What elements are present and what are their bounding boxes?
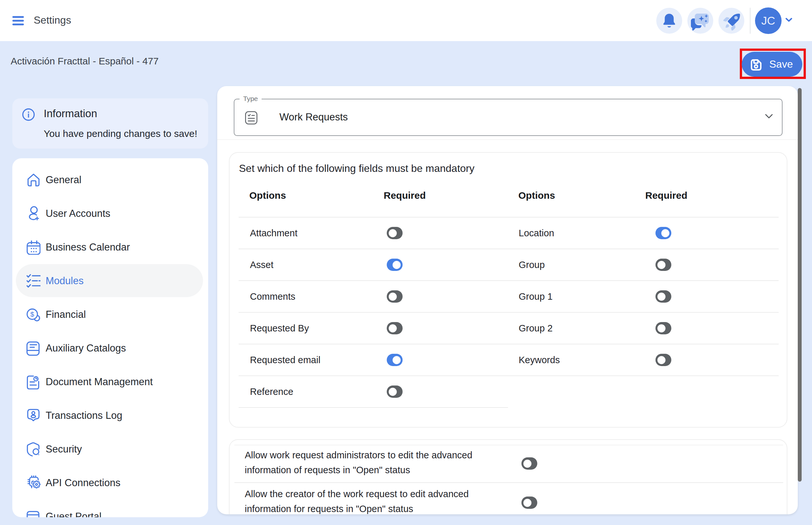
svg-text:$: $ bbox=[30, 311, 34, 318]
